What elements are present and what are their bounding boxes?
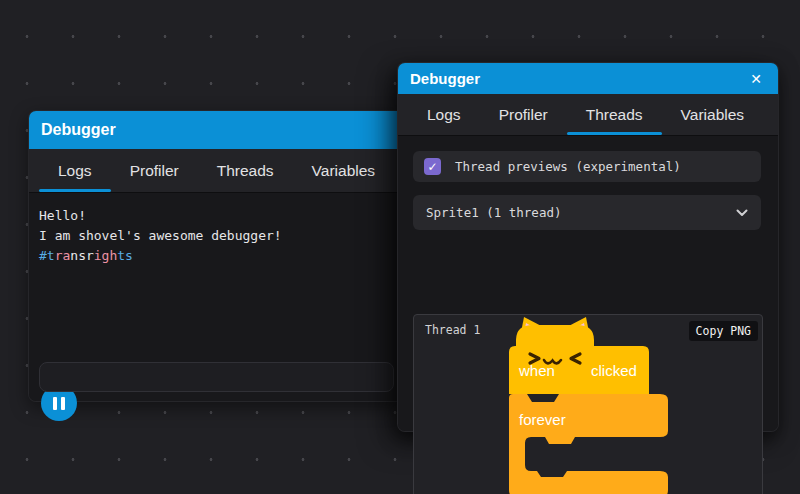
thread-preview-panel: when clicked forever Thread 1 Copy PNG (413, 314, 763, 494)
block-text-clicked: clicked (591, 362, 637, 379)
copy-png-button[interactable]: Copy PNG (689, 321, 758, 341)
tab-label: Variables (312, 162, 375, 180)
front-window-titlebar[interactable]: Debugger ✕ (398, 63, 778, 94)
thread-blocks-preview: when clicked forever (413, 314, 763, 494)
thread-name-label: Thread 1 (425, 323, 480, 337)
tab-label: Threads (586, 106, 643, 124)
thread-previews-checkbox[interactable]: ✓ (424, 158, 441, 175)
back-window-titlebar[interactable]: Debugger (29, 111, 404, 149)
tab-label: Profiler (130, 162, 179, 180)
back-tab-variables[interactable]: Variables (293, 149, 394, 192)
back-tab-logs[interactable]: Logs (39, 149, 111, 192)
log-line: #transrights (39, 246, 394, 266)
back-tab-threads[interactable]: Threads (198, 149, 293, 192)
log-lines: Hello!I am shovel's awesome debugger!#tr… (29, 193, 404, 266)
tab-label: Profiler (499, 106, 548, 124)
sprite-selector-dropdown[interactable]: Sprite1 (1 thread) (413, 195, 761, 230)
active-tab-indicator (39, 189, 111, 192)
close-icon[interactable]: ✕ (746, 70, 766, 88)
log-line: Hello! (39, 206, 394, 226)
front-tab-bar: Logs Profiler Threads Variables (398, 94, 778, 136)
chevron-down-icon (736, 209, 748, 217)
log-command-input[interactable] (39, 362, 394, 392)
pause-icon (53, 397, 57, 410)
block-text-when: when (518, 362, 555, 379)
desktop-background: { "colors": { "accent_blue": "#0b90d6", … (0, 0, 800, 494)
tab-label: Logs (58, 162, 92, 180)
front-tab-profiler[interactable]: Profiler (480, 94, 567, 135)
logs-panel: Hello!I am shovel's awesome debugger!#tr… (29, 193, 404, 401)
front-tab-variables[interactable]: Variables (662, 94, 763, 135)
back-window-title: Debugger (41, 121, 116, 139)
log-line: I am shovel's awesome debugger! (39, 226, 394, 246)
debugger-window-back: Debugger Logs Profiler Threads Variables… (28, 110, 405, 402)
thread-previews-row: ✓ Thread previews (experimental) (413, 151, 761, 182)
tab-label: Logs (427, 106, 461, 124)
tab-label: Threads (217, 162, 274, 180)
thread-previews-label: Thread previews (experimental) (455, 159, 681, 174)
tab-label: Variables (681, 106, 744, 124)
pause-icon (61, 397, 65, 410)
front-window-title: Debugger (410, 70, 480, 87)
front-tab-logs[interactable]: Logs (408, 94, 480, 135)
active-tab-indicator (567, 132, 662, 135)
back-tab-profiler[interactable]: Profiler (111, 149, 198, 192)
back-tab-bar: Logs Profiler Threads Variables (29, 149, 404, 193)
check-icon: ✓ (427, 160, 437, 174)
forever-block (509, 394, 668, 494)
front-tab-threads[interactable]: Threads (567, 94, 662, 135)
block-text-forever: forever (519, 411, 566, 428)
sprite-selector-value: Sprite1 (1 thread) (426, 205, 561, 220)
threads-panel: ✓ Thread previews (experimental) Sprite1… (398, 136, 778, 431)
debugger-window-front: Debugger ✕ Logs Profiler Threads Variabl… (397, 62, 779, 432)
